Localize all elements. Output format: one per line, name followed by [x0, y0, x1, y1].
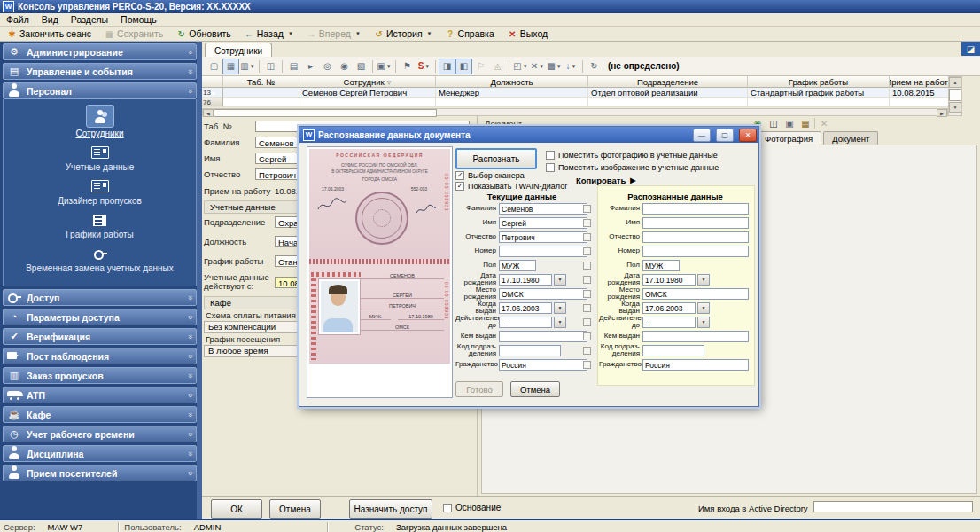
copy-field-checkbox[interactable]	[583, 276, 591, 284]
badge-right-icon[interactable]: ◧	[455, 59, 472, 74]
patronymic-recognized[interactable]	[642, 231, 749, 243]
tab-document[interactable]: Документ	[823, 131, 878, 145]
citizenship-recognized[interactable]: Россия	[642, 359, 749, 371]
refresh-button[interactable]: ↻ Обновить	[172, 27, 238, 41]
dialog-titlebar[interactable]: W Распознавание данных документа — ▢ ✕	[299, 127, 758, 143]
issue-date-recognized[interactable]: 17.06.2003	[642, 302, 696, 314]
scanner-icon[interactable]: ▣	[782, 117, 797, 129]
scroll-down-icon[interactable]: ▼	[949, 102, 961, 113]
forward-dropdown-icon[interactable]: ▼	[355, 31, 361, 36]
minimize-icon[interactable]: —	[693, 129, 711, 142]
col-position[interactable]: Должность	[436, 76, 588, 88]
expand-icon[interactable]: ▸	[302, 59, 319, 74]
edit-record-icon[interactable]: ▧	[353, 59, 369, 74]
surname-recognized[interactable]	[642, 203, 749, 215]
chevron-down-icon[interactable]: ▼	[554, 317, 566, 328]
delete-record-icon[interactable]: ✕▼	[529, 59, 546, 74]
table-row[interactable]: 76	[202, 98, 948, 107]
chevron-down-icon[interactable]: ▼	[554, 274, 566, 286]
table-row[interactable]: 13▶ Семенов Сергей Петрович Менеджер Отд…	[202, 88, 948, 98]
copy-field-checkbox[interactable]	[583, 205, 591, 213]
sidebar-section-administration[interactable]: ⚙ Администрирование »	[3, 43, 197, 60]
sidebar-section-time-tracking[interactable]: ◷ Учет рабочего времени »	[3, 426, 197, 442]
print-icon[interactable]: ▣▼	[376, 59, 393, 74]
number-recognized[interactable]	[642, 246, 749, 257]
copy-field-checkbox[interactable]	[583, 219, 591, 227]
col-tab-no[interactable]: Таб. №	[223, 76, 299, 88]
end-session-button[interactable]: ✱ Закончить сеанс	[3, 27, 98, 41]
history-dropdown-icon[interactable]: ▼	[427, 31, 432, 36]
division-code-field[interactable]	[499, 345, 561, 356]
chevron-down-icon[interactable]: ▼	[697, 317, 710, 328]
reason-checkbox[interactable]	[443, 504, 452, 512]
forward-button[interactable]: → Вперед ▼	[302, 27, 368, 41]
patronymic-field[interactable]: Петрович	[499, 231, 587, 243]
table-vertical-scrollbar[interactable]: ▲ ▼	[948, 76, 962, 116]
copy-field-checkbox[interactable]	[583, 290, 591, 298]
issued-by-field[interactable]	[499, 331, 587, 342]
chevron-down-icon[interactable]: ▼	[697, 274, 710, 286]
citizenship-field[interactable]: Россия	[499, 359, 587, 371]
col-employee[interactable]: Сотрудник▽	[299, 76, 436, 88]
birth-date-field[interactable]: 17.10.1980	[499, 274, 552, 286]
sidebar-section-access[interactable]: Доступ »	[3, 289, 197, 306]
copy-button[interactable]: Копировать ▶	[576, 176, 635, 185]
name-field[interactable]: Сергей	[499, 217, 587, 229]
close-icon[interactable]: ✕	[739, 129, 757, 142]
stamp-icon[interactable]: ◬	[489, 59, 506, 74]
save-button[interactable]: ▦ Сохранить	[100, 27, 170, 41]
search-icon[interactable]: ◎	[319, 59, 336, 74]
menu-sections[interactable]: Разделы	[65, 14, 114, 25]
ad-login-field[interactable]	[813, 501, 973, 512]
search-next-icon[interactable]: ◉	[336, 59, 353, 74]
tab-photo[interactable]: Фотография	[756, 131, 821, 145]
cancel-button[interactable]: Отмена	[269, 499, 321, 519]
number-field[interactable]	[499, 246, 587, 257]
done-button[interactable]: Готово	[455, 381, 503, 397]
copy-field-checkbox[interactable]	[583, 347, 591, 355]
scroll-up-icon[interactable]: ▲	[949, 77, 961, 88]
sidebar-section-pass-orders[interactable]: ▥ Заказ пропусков »	[3, 367, 197, 384]
copy-field-checkbox[interactable]	[583, 361, 591, 369]
menu-view[interactable]: Вид	[35, 14, 65, 25]
sidebar-section-discipline[interactable]: Дисциплина »	[3, 445, 197, 462]
save-image-icon[interactable]: ▦	[798, 117, 813, 129]
back-dropdown-icon[interactable]: ▼	[288, 31, 293, 36]
assign-access-button[interactable]: Назначить доступ	[349, 499, 432, 519]
copy-field-checkbox[interactable]	[583, 304, 591, 312]
import-icon[interactable]: ◰▼	[512, 59, 529, 74]
surname-field[interactable]: Семенов	[499, 203, 587, 215]
sidebar-section-access-params[interactable]: ◔ Параметры доступа »	[3, 309, 197, 325]
copy-record-icon[interactable]: ◫	[262, 59, 279, 74]
chevron-down-icon[interactable]: ▼	[554, 302, 566, 314]
video-camera-icon[interactable]: ◫	[766, 117, 781, 129]
copy-field-checkbox[interactable]	[583, 318, 591, 326]
maximize-icon[interactable]: ▢	[716, 129, 734, 142]
view-menu-icon[interactable]: ▥▼	[239, 59, 256, 74]
menu-help[interactable]: Помощь	[114, 14, 163, 25]
scroll-thumb[interactable]	[949, 89, 961, 101]
scanner-select-checkbox[interactable]: ✓	[455, 171, 464, 180]
birth-place-field[interactable]: ОМСК	[499, 288, 587, 300]
copy-field-checkbox[interactable]	[583, 262, 591, 270]
scroll-thumb[interactable]	[214, 109, 437, 117]
valid-until-field[interactable]: . .	[499, 317, 552, 328]
add-record-icon[interactable]: ▢	[206, 59, 222, 74]
col-division[interactable]: Подразделение	[588, 76, 748, 88]
scroll-left-icon[interactable]: ◀	[203, 109, 214, 117]
valid-until-recognized[interactable]: . .	[642, 317, 696, 328]
sidebar-section-management-events[interactable]: ▤ Управление и события »	[3, 63, 197, 80]
sidebar-section-verification[interactable]: ✔ Верификация »	[3, 328, 197, 345]
sidebar-item-badge-designer[interactable]: Дизайнер пропусков	[4, 177, 196, 206]
birth-date-recognized[interactable]: 17.10.1980	[642, 274, 696, 286]
table-horizontal-scrollbar[interactable]: ◀ ▶	[202, 108, 948, 116]
layers-icon[interactable]: ▩▼	[546, 59, 563, 74]
menu-file[interactable]: Файл	[0, 14, 35, 25]
clear-image-icon[interactable]: ✕	[817, 117, 831, 129]
ok-button[interactable]: ОК	[211, 499, 262, 519]
sidebar-section-observation-post[interactable]: Пост наблюдения »	[3, 348, 197, 364]
flag-icon[interactable]: ⚑	[399, 59, 416, 74]
tab-employees[interactable]: Сотрудники	[205, 43, 272, 58]
sidebar-section-atp[interactable]: АТП »	[3, 387, 197, 403]
history-view-icon[interactable]: S▼	[416, 59, 432, 74]
